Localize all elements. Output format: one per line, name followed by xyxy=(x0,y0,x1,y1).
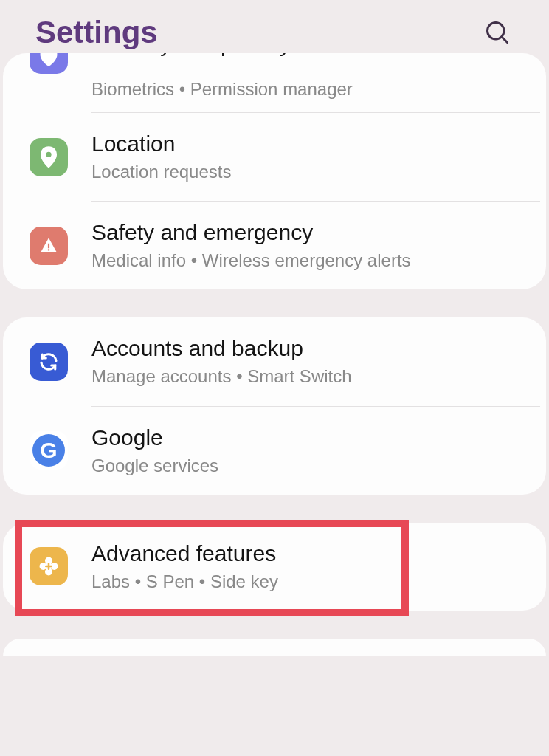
list-item-location[interactable]: Location Location requests xyxy=(3,113,546,201)
row-title: Safety and emergency xyxy=(92,219,519,246)
row-title: Google xyxy=(92,425,519,451)
settings-group-3: Advanced features Labs • S Pen • Side ke… xyxy=(3,523,546,611)
list-item-google[interactable]: G Google Google services xyxy=(3,407,546,495)
shield-icon xyxy=(30,53,68,74)
page-title: Settings xyxy=(35,15,158,50)
svg-rect-2 xyxy=(48,244,49,249)
sync-icon xyxy=(30,343,68,381)
search-button[interactable] xyxy=(481,16,514,49)
row-subtitle: Medical info • Wireless emergency alerts xyxy=(92,249,519,272)
search-icon xyxy=(484,19,511,46)
row-title: Accounts and backup xyxy=(92,335,519,362)
row-title: Security and privacy xyxy=(92,53,353,55)
settings-group-next-peek xyxy=(3,639,546,656)
row-subtitle: Manage accounts • Smart Switch xyxy=(92,365,519,388)
list-item-advanced-features[interactable]: Advanced features Labs • S Pen • Side ke… xyxy=(3,523,546,611)
settings-group-2: Accounts and backup Manage accounts • Sm… xyxy=(3,317,546,494)
svg-line-1 xyxy=(502,37,508,43)
settings-group-1: Security and privacy Biometrics • Permis… xyxy=(3,53,546,289)
svg-text:G: G xyxy=(40,438,57,462)
svg-rect-3 xyxy=(48,249,49,250)
plus-flower-icon xyxy=(30,547,68,585)
row-subtitle: Location requests xyxy=(92,160,519,183)
row-subtitle: Biometrics • Permission manager xyxy=(92,78,353,100)
row-title: Location xyxy=(92,131,519,157)
row-subtitle: Google services xyxy=(92,454,519,477)
row-title: Advanced features xyxy=(92,540,519,567)
row-subtitle: Labs • S Pen • Side key xyxy=(92,570,519,593)
alert-icon xyxy=(30,227,68,265)
list-item-safety[interactable]: Safety and emergency Medical info • Wire… xyxy=(3,202,546,289)
list-item-accounts[interactable]: Accounts and backup Manage accounts • Sm… xyxy=(3,317,546,405)
pin-icon xyxy=(30,138,68,176)
google-icon: G xyxy=(30,431,68,470)
list-item-security[interactable]: Security and privacy Biometrics • Permis… xyxy=(3,53,546,112)
